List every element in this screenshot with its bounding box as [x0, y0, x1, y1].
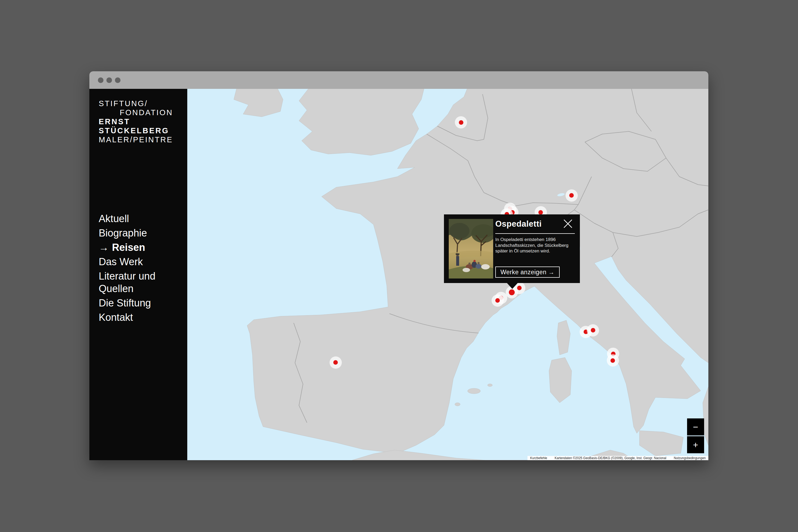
- marker-dot: [591, 328, 595, 332]
- map-attribution: Kurzbefehle Kartendaten ©2025 GeoBasis-D…: [528, 456, 708, 460]
- map-zoom-controls: − +: [687, 418, 704, 453]
- marker-dot: [509, 289, 515, 295]
- terms-link[interactable]: Nutzungsbedingungen: [674, 456, 706, 460]
- sidebar-menu: AktuellBiographie→ReisenDas WerkLiteratu…: [99, 212, 187, 326]
- zoom-in-button[interactable]: +: [687, 436, 704, 453]
- logo-line-1: FONDATION: [99, 108, 187, 117]
- map-marker[interactable]: [587, 324, 599, 337]
- popup-pointer: [507, 283, 518, 289]
- logo-line-0: STIFTUNG/: [99, 99, 187, 108]
- page-content: STIFTUNG/FONDATIONERNSTSTÜCKELBERGMALER/…: [89, 89, 708, 460]
- window-control-dot-1[interactable]: [98, 77, 103, 83]
- location-popup: Ospedaletti In Ospeladetti entstehen 189…: [444, 214, 580, 283]
- sidebar-item-die-stiftung[interactable]: Die Stiftung: [99, 297, 176, 309]
- window-control-dot-3[interactable]: [115, 77, 120, 83]
- popup-divider: [495, 233, 575, 234]
- map-marker[interactable]: [455, 116, 467, 129]
- marker-dot: [569, 193, 574, 198]
- zoom-out-button[interactable]: −: [687, 418, 704, 435]
- active-arrow-icon: →: [99, 242, 109, 253]
- sidebar-item-literatur-und-quellen[interactable]: Literatur und Quellen: [99, 270, 176, 295]
- marker-dot: [333, 360, 338, 365]
- sidebar-item-reisen[interactable]: →Reisen: [99, 241, 176, 254]
- map-marker[interactable]: [329, 357, 342, 369]
- map-canvas[interactable]: Ospedaletti In Ospeladetti entstehen 189…: [187, 89, 708, 460]
- sidebar-item-das-werk[interactable]: Das Werk: [99, 255, 176, 268]
- marker-dot: [610, 358, 615, 363]
- map-marker[interactable]: [492, 294, 504, 307]
- sidebar-item-biographie[interactable]: Biographie: [99, 227, 176, 240]
- map-marker[interactable]: [607, 354, 619, 366]
- popup-title: Ospedaletti: [495, 219, 542, 229]
- browser-window: STIFTUNG/FONDATIONERNSTSTÜCKELBERGMALER/…: [89, 71, 708, 460]
- browser-titlebar: [89, 71, 708, 89]
- popup-description: In Ospeladetti entstehen 1896 Landschaft…: [495, 237, 578, 254]
- window-control-dot-2[interactable]: [107, 77, 112, 83]
- logo-line-2: ERNST: [99, 117, 187, 126]
- map-marker[interactable]: [566, 189, 578, 202]
- marker-dot: [459, 120, 463, 125]
- map-copyright: Kartendaten ©2025 GeoBasis-DE/BKG (©2009…: [555, 456, 666, 460]
- show-works-button[interactable]: Werke anzeigen →: [495, 267, 560, 278]
- marker-dot: [495, 298, 500, 303]
- keyboard-shortcuts-link[interactable]: Kurzbefehle: [530, 456, 547, 460]
- logo-line-3: STÜCKELBERG: [99, 126, 187, 135]
- logo-line-4: MALER/PEINTRE: [99, 135, 187, 144]
- close-icon[interactable]: [563, 218, 573, 229]
- sidebar-item-aktuell[interactable]: Aktuell: [99, 212, 176, 225]
- sidebar-item-kontakt[interactable]: Kontakt: [99, 311, 176, 324]
- ospedaletti-painting: [449, 219, 493, 279]
- marker-dot: [538, 210, 543, 215]
- site-logo: STIFTUNG/FONDATIONERNSTSTÜCKELBERGMALER/…: [99, 99, 187, 144]
- sidebar: STIFTUNG/FONDATIONERNSTSTÜCKELBERGMALER/…: [89, 89, 187, 460]
